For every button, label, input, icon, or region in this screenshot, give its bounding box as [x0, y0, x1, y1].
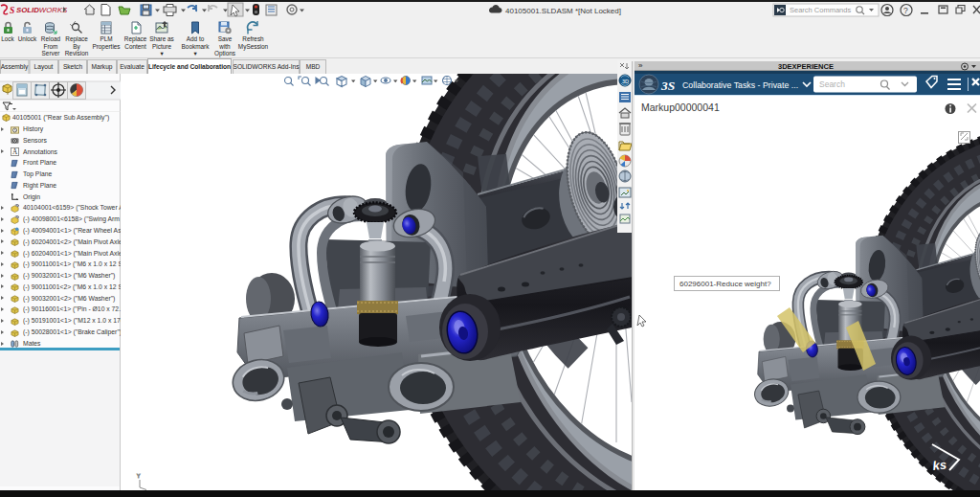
- svg-text:Lifecycle and Collaboration: Lifecycle and Collaboration: [148, 63, 231, 71]
- svg-text:Assembly: Assembly: [1, 63, 29, 71]
- svg-text:Collaborative Tasks - Private: Collaborative Tasks - Private ...: [682, 80, 798, 90]
- svg-text:S: S: [10, 6, 14, 15]
- svg-text:Sketch: Sketch: [63, 63, 82, 70]
- svg-text:Search Commands: Search Commands: [790, 6, 851, 14]
- svg-text:Layout: Layout: [34, 63, 54, 71]
- svg-text:Search: Search: [819, 79, 845, 89]
- svg-text:60296001-Reduce weight?: 60296001-Reduce weight?: [679, 280, 771, 288]
- svg-text:40105001.SLDASM *[Not Locked]: 40105001.SLDASM *[Not Locked]: [505, 7, 621, 15]
- svg-text:ks: ks: [932, 458, 947, 473]
- svg-text:Markup: Markup: [92, 63, 113, 71]
- svg-text:?: ?: [903, 6, 908, 15]
- svg-text:Evaluate: Evaluate: [120, 63, 145, 70]
- svg-text:A: A: [12, 148, 18, 156]
- svg-text:3D: 3D: [622, 79, 629, 84]
- svg-text:SOLIDWORKS: SOLIDWORKS: [16, 6, 68, 14]
- svg-text:Y: Y: [137, 473, 141, 479]
- svg-text:3S: 3S: [660, 79, 675, 93]
- svg-text:MBD: MBD: [306, 63, 321, 70]
- svg-text:SOLIDWORKS Add-Ins: SOLIDWORKS Add-Ins: [234, 63, 301, 70]
